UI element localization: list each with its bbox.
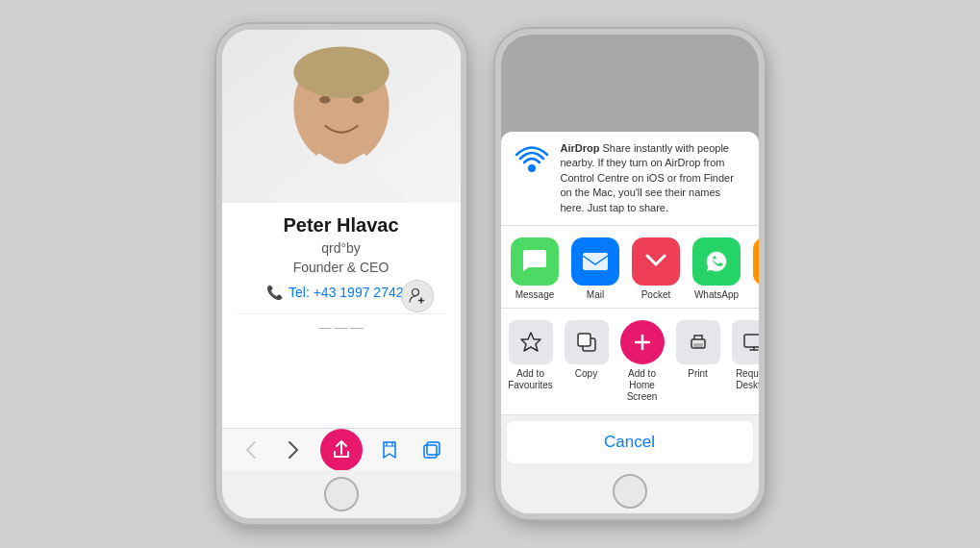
svg-rect-7: [424, 445, 437, 458]
svg-point-9: [528, 164, 536, 172]
cancel-button[interactable]: Cancel: [507, 421, 753, 463]
contact-name: Peter Hlavac: [238, 214, 445, 237]
tabs-button[interactable]: [416, 435, 447, 465]
forward-button[interactable]: [278, 435, 309, 465]
action-favorites[interactable]: Add toFavourites: [505, 316, 557, 395]
svg-point-5: [352, 96, 363, 104]
share-apps-row: Message Mail: [501, 226, 759, 309]
message-app-icon: [511, 237, 559, 286]
airdrop-icon: [513, 141, 551, 180]
phone-1-screen: Peter Hlavac qrd°by Founder & CEO 📞 Tel:…: [222, 30, 461, 470]
whatsapp-app-icon: [692, 237, 741, 286]
airdrop-banner: AirDrop Share instantly with people near…: [501, 132, 759, 226]
contact-title: Founder & CEO: [238, 260, 445, 275]
message-app-label: Message: [515, 289, 555, 300]
share-app-pocket[interactable]: Pocket: [630, 237, 683, 300]
svg-rect-16: [578, 334, 591, 346]
share-sheet: AirDrop Share instantly with people near…: [501, 132, 759, 469]
action-desktop[interactable]: RequestDesktop: [728, 316, 759, 395]
share-app-whatsapp[interactable]: WhatsApp: [691, 237, 743, 300]
svg-rect-10: [583, 253, 608, 270]
bookmarks-button[interactable]: [374, 435, 405, 465]
svg-point-6: [412, 289, 418, 296]
print-action-label: Print: [688, 368, 708, 380]
phone-2-bottom: [501, 469, 759, 513]
svg-rect-8: [427, 442, 440, 455]
browser-toolbar: [222, 428, 461, 470]
phone-tel-icon: 📞: [266, 285, 283, 300]
share-app-mail[interactable]: Mail: [569, 237, 622, 300]
svg-point-3: [293, 47, 389, 98]
svg-point-4: [319, 96, 330, 104]
whatsapp-app-label: WhatsApp: [694, 289, 739, 300]
contact-info: Peter Hlavac qrd°by Founder & CEO 📞 Tel:…: [222, 203, 461, 428]
pocket-app-label: Pocket: [641, 289, 671, 300]
add-contact-button[interactable]: [401, 280, 434, 312]
desktop-action-label: RequestDesktop: [736, 368, 759, 391]
print-action-icon: [676, 320, 720, 364]
airdrop-text: AirDrop Share instantly with people near…: [561, 141, 747, 215]
phone-2: AirDrop Share instantly with people near…: [495, 29, 765, 519]
mail-app-icon: [571, 237, 619, 286]
share-screen: AirDrop Share instantly with people near…: [501, 35, 759, 469]
contact-phone-row: 📞 Tel: +43 1997 2742-0: [238, 285, 445, 308]
share-actions-row: Add toFavourites Copy: [501, 309, 759, 415]
mail-app-label: Mail: [587, 289, 604, 300]
action-copy[interactable]: Copy: [561, 316, 613, 384]
home-button-2[interactable]: [613, 474, 647, 509]
desktop-action-icon: [732, 320, 759, 364]
action-home-screen[interactable]: Add to Home Screen: [616, 316, 668, 407]
home-screen-action-label: Add to Home Screen: [618, 368, 666, 403]
svg-rect-19: [744, 335, 759, 347]
home-screen-action-icon: [620, 320, 665, 364]
contact-company: qrd°by: [238, 240, 445, 256]
cancel-label: Cancel: [604, 433, 655, 452]
favorites-action-label: Add toFavourites: [508, 368, 553, 391]
favorites-action-icon: [509, 320, 553, 364]
phone-1-bottom: [222, 470, 461, 518]
action-print[interactable]: Print: [672, 316, 724, 384]
phone-number[interactable]: Tel: +43 1997 2742-0: [289, 285, 415, 300]
share-app-message[interactable]: Message: [509, 237, 562, 300]
back-button[interactable]: [236, 435, 266, 465]
pocket-app-icon: [632, 237, 680, 286]
airdrop-title: AirDrop: [561, 142, 600, 154]
home-button-1[interactable]: [324, 477, 359, 511]
copy-action-label: Copy: [575, 368, 597, 380]
main-container: Peter Hlavac qrd°by Founder & CEO 📞 Tel:…: [216, 24, 765, 524]
copy-action-icon: [565, 320, 609, 364]
contact-photo: [222, 30, 461, 203]
phone-1: Peter Hlavac qrd°by Founder & CEO 📞 Tel:…: [216, 24, 466, 524]
svg-rect-18: [693, 343, 703, 347]
email-placeholder: — — —: [238, 320, 445, 335]
more-app-icon: [753, 237, 759, 286]
svg-marker-14: [521, 333, 540, 351]
share-app-more[interactable]: more: [751, 237, 759, 300]
contact-phone: 📞 Tel: +43 1997 2742-0: [266, 285, 415, 300]
share-button[interactable]: [320, 429, 363, 471]
